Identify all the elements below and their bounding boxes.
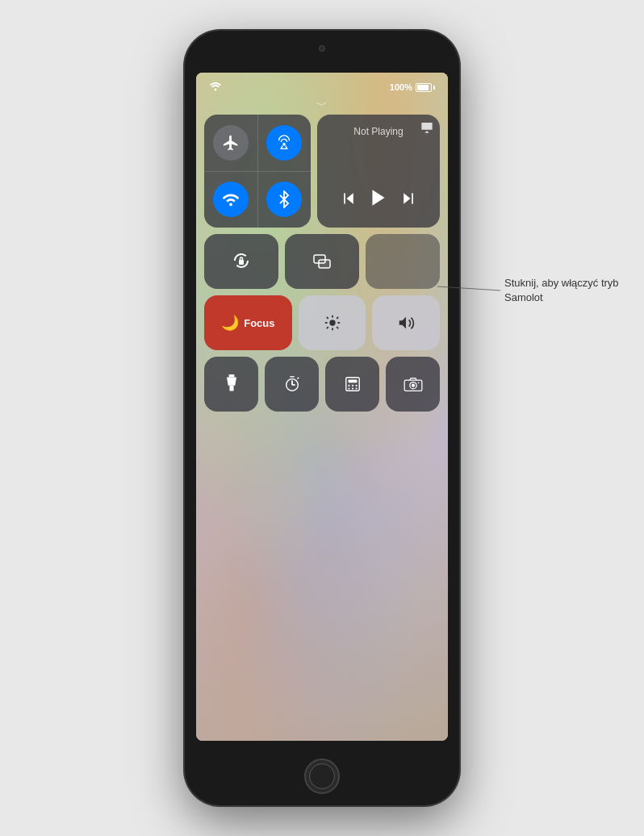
svg-point-16: [329, 320, 335, 325]
battery-status: 100%: [390, 82, 435, 92]
lock-rotation-button[interactable]: [204, 234, 278, 289]
svg-marker-9: [372, 190, 384, 206]
chevron-down-icon[interactable]: ﹀: [316, 98, 328, 113]
svg-point-2: [282, 143, 286, 146]
focus-button[interactable]: 🌙 Focus: [204, 295, 292, 350]
svg-marker-25: [399, 317, 406, 329]
svg-point-43: [411, 384, 414, 387]
ipod-device: 100% ﹀: [185, 31, 459, 805]
empty-slot-1: [366, 234, 440, 289]
svg-rect-11: [412, 193, 413, 203]
battery-icon: [416, 83, 435, 92]
wifi-status-icon: [209, 82, 222, 94]
airplane-icon-circle: [213, 125, 249, 161]
svg-marker-7: [347, 193, 353, 203]
svg-rect-15: [319, 260, 330, 268]
row-tools: [204, 357, 440, 412]
home-button[interactable]: [304, 759, 340, 794]
svg-point-36: [351, 385, 353, 387]
bluetooth-icon-circle: [266, 182, 302, 217]
svg-point-35: [348, 385, 349, 387]
rewind-button[interactable]: [341, 190, 357, 211]
wifi-icon-circle: [213, 182, 249, 217]
airdrop-icon-circle: [266, 125, 302, 161]
svg-rect-34: [348, 380, 357, 383]
screen: 100% ﹀: [196, 73, 448, 741]
calculator-button[interactable]: [325, 357, 379, 412]
svg-marker-10: [404, 193, 410, 203]
play-button[interactable]: [368, 187, 389, 213]
airplane-mode-button[interactable]: [204, 115, 257, 171]
forward-button[interactable]: [400, 190, 416, 211]
svg-point-37: [355, 385, 357, 387]
moon-icon: 🌙: [221, 314, 239, 332]
status-bar: 100%: [196, 79, 448, 95]
row-connectivity-media: Not Playing: [204, 115, 440, 228]
svg-rect-26: [228, 374, 234, 377]
svg-rect-13: [240, 257, 243, 261]
connectivity-block: [204, 115, 311, 228]
media-controls: [325, 187, 432, 213]
svg-point-1: [215, 88, 217, 90]
now-playing-title: Not Playing: [325, 126, 432, 137]
svg-point-40: [355, 387, 357, 389]
home-button-inner: [309, 763, 335, 789]
svg-point-38: [348, 387, 349, 389]
svg-point-44: [417, 382, 419, 384]
svg-line-23: [326, 327, 328, 328]
media-player-block: Not Playing: [317, 115, 440, 228]
wifi-toggle-button[interactable]: [204, 171, 257, 228]
volume-button[interactable]: [372, 295, 440, 350]
brightness-button[interactable]: [299, 295, 366, 350]
row-lock-mirror: [204, 234, 440, 289]
battery-fill: [417, 85, 429, 90]
airplay-button[interactable]: [420, 121, 433, 136]
svg-point-39: [351, 387, 353, 389]
control-center-grid: Not Playing: [204, 115, 440, 733]
scene: Stuknij, aby włączyć tryb Samolot 100%: [0, 0, 644, 836]
svg-rect-8: [344, 193, 345, 203]
svg-line-32: [297, 378, 299, 379]
bluetooth-button[interactable]: [257, 171, 311, 228]
svg-rect-27: [229, 386, 233, 391]
callout-text: Stuknij, aby włączyć tryb Samolot: [504, 277, 619, 303]
row-focus-brightness-volume: 🌙 Focus: [204, 295, 440, 350]
front-camera: [319, 45, 325, 52]
flashlight-button[interactable]: [204, 357, 258, 412]
svg-point-6: [229, 203, 232, 207]
battery-body: [416, 83, 432, 92]
airdrop-button[interactable]: [257, 115, 311, 171]
camera-button[interactable]: [386, 357, 440, 412]
timer-button[interactable]: [265, 357, 319, 412]
callout-annotation: Stuknij, aby włączyć tryb Samolot: [504, 276, 621, 305]
battery-percent: 100%: [390, 82, 412, 92]
screen-mirror-button[interactable]: [285, 234, 359, 289]
focus-label: Focus: [244, 317, 274, 329]
battery-tip: [433, 86, 435, 90]
svg-line-21: [326, 317, 328, 319]
svg-line-22: [337, 327, 338, 328]
svg-line-24: [337, 317, 338, 319]
